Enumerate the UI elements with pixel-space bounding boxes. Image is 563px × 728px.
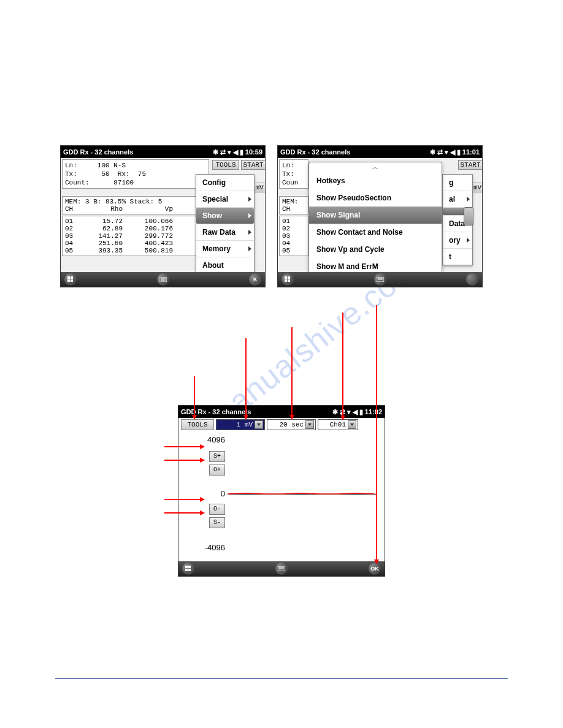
tx-label: Tx: bbox=[65, 170, 77, 178]
y-tick-bot: -4096 bbox=[201, 543, 225, 552]
menu-frag[interactable]: t bbox=[443, 249, 472, 265]
start-menu-button[interactable] bbox=[282, 273, 294, 286]
mem-panel-left: MEM: CH bbox=[279, 196, 308, 214]
ok-button[interactable]: K bbox=[249, 273, 261, 286]
submenu-show-signal[interactable]: Show Signal bbox=[309, 207, 442, 224]
menu-about[interactable]: About bbox=[196, 257, 254, 273]
keyboard-icon bbox=[278, 566, 285, 571]
annotation-arrow bbox=[164, 446, 204, 447]
keyboard-button[interactable] bbox=[374, 273, 386, 286]
svg-rect-15 bbox=[185, 566, 188, 568]
chevron-right-icon bbox=[248, 246, 251, 251]
table-row: 05393.35500.819 bbox=[63, 247, 209, 254]
info-panel-left: Ln: Tx: Coun bbox=[279, 159, 308, 189]
data-table: 0115.72100.066 0262.89200.176 03141.2729… bbox=[62, 216, 209, 256]
menu-frag[interactable]: ory bbox=[443, 232, 472, 249]
scale-plus-button[interactable]: S+ bbox=[209, 451, 225, 462]
menu-config[interactable]: Config bbox=[196, 175, 254, 191]
menu-special[interactable]: Special bbox=[196, 191, 254, 208]
mem-line: MEM: 3 B: 83.5% Stack: 5 bbox=[65, 198, 206, 205]
menu-show[interactable]: Show bbox=[196, 208, 254, 224]
offset-plus-button[interactable]: O+ bbox=[209, 464, 225, 476]
signal-icon: ▾ bbox=[347, 408, 351, 416]
ok-button[interactable]: OK bbox=[369, 563, 381, 575]
svg-rect-18 bbox=[188, 569, 191, 571]
tools-menu: Config Special Show Raw Data Memory Abou… bbox=[196, 174, 255, 274]
start-menu-button[interactable] bbox=[64, 273, 77, 286]
rx-value: 75 bbox=[138, 170, 146, 178]
submenu-pseudosection[interactable]: Show PseudoSection bbox=[309, 189, 442, 207]
offset-minus-button[interactable]: O- bbox=[209, 504, 225, 515]
table-row: 04 bbox=[280, 240, 308, 247]
svg-rect-2 bbox=[67, 279, 70, 282]
mv-button[interactable]: mV bbox=[472, 183, 483, 192]
sync-icon: ⇄ bbox=[220, 148, 226, 156]
table-row: 0262.89200.176 bbox=[63, 225, 209, 232]
count-label: Count: bbox=[65, 179, 90, 186]
show-submenu: ︿ Hotkeys Show PseudoSection Show Signal… bbox=[308, 162, 442, 286]
windows-icon bbox=[284, 276, 291, 283]
clock-text: 11:02 bbox=[365, 408, 382, 415]
windows-icon bbox=[185, 565, 192, 572]
scale-mv-dropdown[interactable]: 1 mV bbox=[216, 419, 265, 430]
bluetooth-icon: ✱ bbox=[332, 408, 338, 416]
channel-dropdown[interactable]: Ch01 bbox=[318, 419, 358, 430]
chevron-right-icon bbox=[248, 213, 251, 218]
windows-icon bbox=[67, 276, 74, 283]
menu-memory[interactable]: Memory bbox=[196, 241, 254, 257]
scale-mv-value: 1 mV bbox=[237, 421, 253, 428]
ln-label: Ln: bbox=[65, 162, 77, 169]
menu-frag[interactable]: al bbox=[443, 191, 472, 208]
submenu-contact-noise[interactable]: Show Contact and Noise bbox=[309, 224, 442, 241]
clock-text: 10:59 bbox=[245, 148, 262, 156]
svg-rect-0 bbox=[67, 276, 70, 279]
footer-divider bbox=[55, 678, 508, 679]
submenu-vp-cycle[interactable]: Show Vp and Cycle bbox=[309, 241, 442, 258]
svg-rect-8 bbox=[285, 276, 287, 279]
annotation-arrow bbox=[164, 460, 204, 461]
tx-label: Tx: bbox=[282, 170, 305, 178]
keyboard-button[interactable] bbox=[157, 273, 169, 286]
tx-value: 50 bbox=[101, 170, 109, 178]
scale-minus-button[interactable]: S- bbox=[209, 517, 225, 528]
titlebar-1: GDD Rx - 32 channels ✱ ⇄ ▾ ◀ ▮ 10:59 bbox=[61, 146, 265, 158]
scrollbar-handle[interactable] bbox=[464, 207, 473, 226]
screenshot-1: GDD Rx - 32 channels ✱ ⇄ ▾ ◀ ▮ 10:59 Ln:… bbox=[60, 145, 266, 287]
bluetooth-icon: ✱ bbox=[213, 148, 218, 156]
annotation-arrow bbox=[194, 376, 195, 419]
keyboard-icon bbox=[377, 277, 384, 282]
table-row: 0115.72100.066 bbox=[63, 218, 209, 225]
tools-button[interactable]: TOOLS bbox=[181, 419, 214, 430]
start-button[interactable]: START bbox=[458, 160, 483, 170]
signal-trace bbox=[228, 490, 375, 498]
mem-panel: MEM: 3 B: 83.5% Stack: 5 CH Rho Vp bbox=[62, 196, 209, 214]
svg-rect-16 bbox=[188, 566, 191, 568]
annotation-arrow bbox=[164, 499, 204, 500]
count-label: Coun bbox=[282, 178, 305, 187]
tools-button[interactable]: TOOLS bbox=[212, 160, 239, 170]
keyboard-button[interactable] bbox=[275, 563, 288, 575]
svg-rect-1 bbox=[71, 276, 73, 279]
chevron-right-icon bbox=[248, 230, 251, 235]
status-icons: ✱ ⇄ ▾ ◀ ▮ 11:01 bbox=[430, 148, 480, 156]
chevron-up-icon[interactable]: ︿ bbox=[309, 162, 442, 172]
submenu-hotkeys[interactable]: Hotkeys bbox=[309, 172, 442, 189]
table-row: 04251.60400.423 bbox=[63, 240, 209, 247]
svg-rect-10 bbox=[285, 279, 287, 282]
battery-icon: ▮ bbox=[359, 408, 363, 416]
start-button[interactable]: START bbox=[241, 160, 266, 170]
ln-value: 100 N-S bbox=[98, 162, 126, 169]
battery-icon: ▮ bbox=[240, 148, 243, 156]
annotation-arrow bbox=[291, 327, 293, 419]
screenshot-2: GDD Rx - 32 channels ✱ ⇄ ▾ ◀ ▮ 11:01 Ln:… bbox=[277, 145, 483, 287]
bluetooth-icon: ✱ bbox=[430, 148, 435, 156]
menu-raw-data[interactable]: Raw Data bbox=[196, 224, 254, 241]
start-menu-button[interactable] bbox=[182, 563, 194, 575]
mv-button[interactable]: mV bbox=[253, 183, 266, 192]
menu-frag[interactable]: g bbox=[443, 175, 472, 191]
ok-button[interactable] bbox=[466, 273, 478, 286]
timebase-dropdown[interactable]: 20 sec bbox=[267, 419, 316, 430]
th-ch: CH bbox=[65, 205, 87, 213]
annotation-arrow bbox=[342, 313, 343, 420]
chevron-right-icon bbox=[467, 197, 470, 202]
